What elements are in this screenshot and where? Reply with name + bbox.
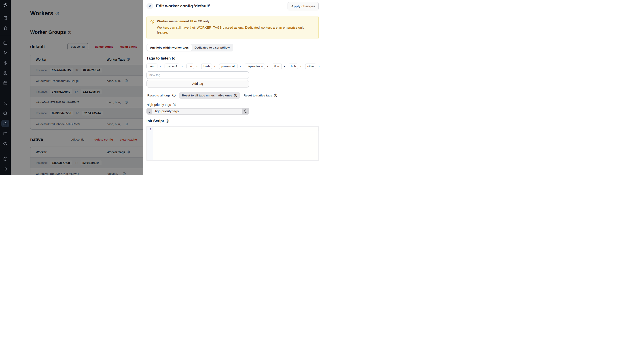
tag-chip: other — [305, 64, 316, 69]
boxes-icon — [3, 71, 8, 75]
new-tag-input[interactable] — [146, 71, 249, 79]
calendar-icon — [3, 81, 8, 85]
tag-chip: go — [186, 64, 194, 69]
remove-tag-icon[interactable]: × — [318, 65, 320, 68]
apply-changes-button[interactable]: Apply changes — [288, 2, 319, 10]
high-priority-select[interactable]: High priority tags — [146, 108, 249, 115]
high-priority-placeholder[interactable]: High priority tags — [152, 109, 242, 114]
tab-any-jobs[interactable]: Any jobs within worker tags — [147, 44, 192, 51]
tag-chip-list: deno× python3× go× bash× powershell× dep… — [146, 64, 319, 69]
remove-tag-icon[interactable]: × — [284, 65, 286, 68]
arrow-right-icon — [3, 167, 8, 171]
sidebar-item-schedules[interactable] — [1, 80, 10, 86]
sidebar-item-variables[interactable] — [1, 60, 10, 66]
tag-chip: deno — [146, 64, 158, 69]
sidebar-item-audit[interactable] — [1, 140, 10, 147]
edit-worker-config-drawer: × Edit worker config 'default' Apply cha… — [143, 0, 322, 175]
sidebar-divider — [0, 35, 11, 35]
clear-selection-icon[interactable] — [242, 109, 249, 113]
help-circle-icon — [3, 157, 8, 161]
remove-tag-icon[interactable]: × — [300, 65, 302, 68]
tab-dedicated[interactable]: Dedicated to a script/flow — [192, 44, 232, 51]
reset-minus-native-button[interactable]: Reset to all tags minus native ones ⓘ — [179, 92, 240, 99]
high-priority-label: High-priority tags — [146, 103, 171, 107]
info-icon[interactable]: ⓘ — [166, 120, 169, 123]
reset-all-tags-label: Reset to all tags — [147, 94, 170, 97]
sort-chevrons-icon — [147, 110, 152, 113]
drawer-title: Edit worker config 'default' — [156, 4, 210, 9]
tag-chip: bash — [201, 64, 212, 69]
sidebar-item-users[interactable] — [1, 100, 10, 107]
warning-title: Worker management UI is EE only — [157, 20, 314, 23]
reset-native-tags-label: Reset to native tags — [244, 94, 272, 97]
folder-icon — [3, 131, 8, 136]
remove-tag-icon[interactable]: × — [196, 65, 198, 68]
remove-tag-icon[interactable]: × — [239, 65, 241, 68]
ee-warning-banner: Worker management UI is EE only Workers … — [146, 16, 319, 39]
reset-buttons-row: Reset to all tags ⓘ Reset to all tags mi… — [146, 92, 319, 99]
star-icon — [3, 26, 8, 31]
home-icon — [3, 41, 8, 45]
editor-current-line — [153, 127, 318, 131]
sidebar — [0, 0, 11, 175]
reset-minus-native-label: Reset to all tags minus native ones — [182, 94, 232, 97]
info-icon[interactable]: ⓘ — [173, 103, 176, 106]
sidebar-item-collapse[interactable] — [1, 166, 10, 172]
worker-mode-tabs: Any jobs within worker tags Dedicated to… — [146, 44, 233, 52]
windmill-logo-icon[interactable] — [2, 2, 8, 9]
remove-tag-icon[interactable]: × — [159, 65, 161, 68]
eye-icon — [3, 141, 8, 146]
remove-tag-icon[interactable]: × — [181, 65, 183, 68]
reset-all-tags-button[interactable]: Reset to all tags ⓘ — [146, 92, 176, 99]
sidebar-item-workspace[interactable] — [1, 15, 10, 22]
sidebar-item-workers[interactable] — [1, 120, 10, 127]
gear-icon — [3, 111, 8, 116]
robot-icon — [3, 121, 8, 126]
info-icon: ⓘ — [274, 94, 277, 97]
sidebar-item-folders[interactable] — [1, 130, 10, 137]
init-script-title: Init Script — [146, 119, 164, 123]
tag-chip: dependency — [245, 64, 265, 69]
warning-body: Workers can still have their WORKER_TAGS… — [157, 25, 314, 35]
editor-code-area[interactable] — [153, 127, 318, 160]
sidebar-item-resources[interactable] — [1, 70, 10, 76]
tag-chip: powershell — [219, 64, 238, 69]
info-icon: ⓘ — [234, 94, 237, 97]
drawer-header: × Edit worker config 'default' Apply cha… — [143, 0, 322, 12]
close-icon[interactable]: × — [146, 3, 153, 10]
sidebar-item-runs[interactable] — [1, 50, 10, 56]
add-tag-button[interactable]: Add tag — [146, 80, 249, 88]
init-script-editor[interactable]: 1 — [146, 126, 319, 161]
editor-line-number: 1 — [147, 127, 153, 160]
tag-chip: hub — [289, 64, 298, 69]
alert-circle-icon — [150, 20, 154, 24]
tag-chip: python3 — [164, 64, 179, 69]
play-icon — [3, 51, 8, 55]
tag-chip: flow — [272, 64, 282, 69]
remove-tag-icon[interactable]: × — [267, 65, 269, 68]
sidebar-item-favorites[interactable] — [1, 25, 10, 32]
sidebar-item-home[interactable] — [1, 39, 10, 46]
sidebar-item-settings[interactable] — [1, 110, 10, 117]
sidebar-item-help[interactable] — [1, 156, 10, 162]
remove-tag-icon[interactable]: × — [214, 65, 216, 68]
user-icon — [3, 101, 8, 106]
info-icon: ⓘ — [172, 94, 176, 97]
tags-to-listen-title: Tags to listen to — [146, 56, 319, 61]
app-window: Workers ⓘ Worker Groups ⓘ default edit c… — [0, 0, 322, 175]
sidebar-divider — [0, 11, 11, 11]
dollar-icon — [3, 61, 8, 65]
reset-native-tags-button[interactable]: Reset to native tags ⓘ — [243, 92, 278, 99]
building-icon — [3, 16, 8, 20]
